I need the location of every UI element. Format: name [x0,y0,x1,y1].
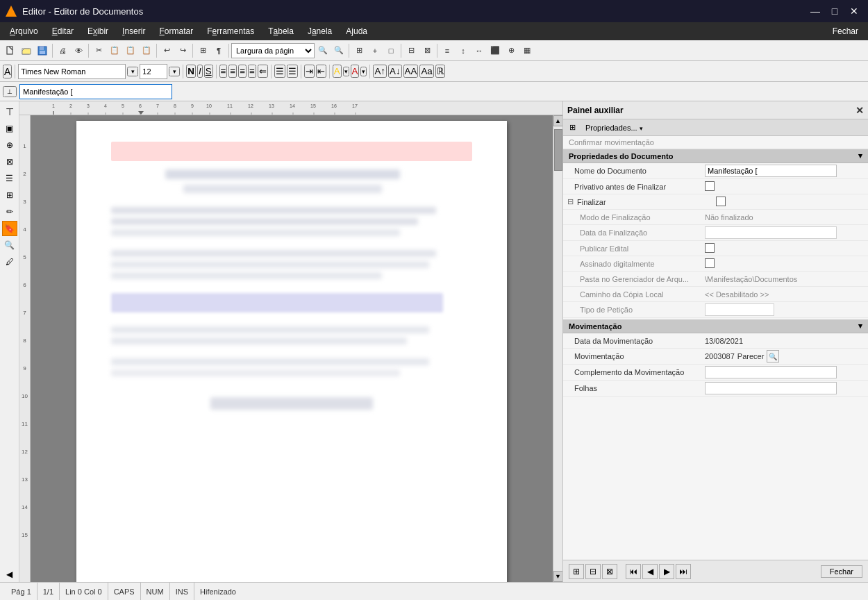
btn-misc1[interactable]: ≡ [440,42,455,59]
scroll-up-button[interactable]: ▲ [553,115,563,126]
tool-x4[interactable]: ✏ [2,204,17,219]
menu-ferramentas[interactable]: Ferramentas [200,22,261,40]
document-scroll-area[interactable] [31,115,553,582]
prop-assinado-checkbox[interactable] [705,258,715,268]
panel-nav-last[interactable]: ⏭ [676,564,691,579]
doc-properties-expand[interactable]: ▾ [858,151,862,160]
maximize-button[interactable]: □ [826,3,843,19]
menu-janela[interactable]: Janela [301,22,339,40]
menu-tabela[interactable]: Tabela [261,22,301,40]
font-name-dropdown[interactable]: ▾ [127,67,138,76]
prop-complemento-input[interactable] [705,366,837,378]
panel-copy-icon3[interactable]: ⊠ [602,564,617,579]
btn-misc4[interactable]: ⬛ [487,42,503,59]
tool-x3[interactable]: ⊞ [2,188,17,203]
btn-copy[interactable]: 📋 [107,42,122,59]
prop-finalizar-expand[interactable]: ⊟ [563,197,574,206]
tool-x1[interactable]: ⊠ [2,154,17,169]
close-window-button[interactable]: ✕ [846,3,862,19]
panel-nav-next[interactable]: ▶ [659,564,674,579]
btn-paste[interactable]: 📋 [123,42,138,59]
prop-mov-search-button[interactable]: 🔍 [767,350,779,362]
btn-capitals[interactable]: AA [403,65,419,78]
btn-misc-font2[interactable]: ℝ [435,65,445,78]
panel-propriedades-button[interactable]: Propriedades... ▾ [582,122,646,133]
btn-indent2[interactable]: ⇤ [316,65,326,78]
btn-indent1[interactable]: ⇥ [304,65,315,78]
minimize-button[interactable]: — [807,3,824,19]
panel-copy-icon2[interactable]: ⊟ [585,564,601,579]
btn-align-center[interactable]: ≡ [228,65,237,78]
btn-align-justify[interactable]: ≡ [248,65,256,78]
document-name-input[interactable] [19,84,172,99]
btn-grid1[interactable]: ⊞ [351,42,367,59]
prop-publicar-checkbox[interactable] [705,243,715,253]
prop-nome-input[interactable] [705,165,837,177]
menu-ajuda[interactable]: Ajuda [339,22,374,40]
btn-font-misc[interactable]: A [3,65,12,78]
menu-inserir[interactable]: Inserir [115,22,152,40]
menu-exibir[interactable]: Exibir [81,22,115,40]
prop-tipo-input[interactable] [705,303,774,316]
btn-rect[interactable]: □ [383,42,399,59]
tool-select[interactable]: ▣ [2,121,17,136]
btn-undo[interactable]: ↩ [159,42,174,59]
btn-cut[interactable]: ✂ [91,42,106,59]
btn-zoom-out[interactable]: 🔍 [331,42,347,59]
font-name-input[interactable] [18,64,126,79]
btn-preview[interactable]: 👁 [71,42,86,59]
document-scrollbar[interactable]: ▲ ▼ [553,115,562,582]
prop-privativo-checkbox[interactable] [705,181,715,191]
btn-misc-font1[interactable]: Aa [419,65,433,78]
tool-pen[interactable]: 🖊 [2,254,17,269]
btn-table[interactable]: ⊞ [195,42,210,59]
font-size-input[interactable] [140,64,167,79]
btn-fontsize-down[interactable]: A↓ [388,65,402,78]
scroll-track[interactable] [553,126,563,571]
btn-redo[interactable]: ↪ [175,42,190,59]
scroll-thumb[interactable] [554,129,562,171]
btn-italic[interactable]: I [197,65,203,78]
btn-align-left[interactable]: ≡ [219,65,228,78]
btn-fontcolor[interactable]: A [351,65,360,78]
menu-editar[interactable]: Editar [45,22,81,40]
btn-misc3[interactable]: ↔ [471,42,487,59]
panel-props-icon[interactable]: ⊞ [566,122,579,133]
prop-folhas-input[interactable] [705,382,837,394]
menu-fechar[interactable]: Fechar [826,22,865,40]
prop-finalizar-checkbox[interactable] [716,197,726,206]
btn-list-unordered[interactable]: ☰ [274,65,285,78]
prop-data-fin-input[interactable] [705,226,837,239]
btn-new[interactable] [3,42,18,59]
movement-expand[interactable]: ▾ [858,322,862,331]
menu-arquivo[interactable]: Arquivo [3,22,45,40]
btn-underline[interactable]: S [204,65,213,78]
btn-save[interactable] [35,42,50,59]
btn-misc5[interactable]: ⊕ [503,42,519,59]
btn-paste2[interactable]: 📋 [139,42,154,59]
btn-misc6[interactable]: ▦ [519,42,535,59]
btn-misc2[interactable]: ↕ [456,42,471,59]
btn-align-right[interactable]: ≡ [238,65,247,78]
zoom-select[interactable]: Largura da págin [231,43,315,58]
panel-copy-icon1[interactable]: ⊞ [569,564,584,579]
btn-indent-decrease[interactable]: ⇐ [258,65,268,78]
tool-collapse[interactable]: ◀ [2,567,17,582]
menu-formatar[interactable]: Formatar [152,22,200,40]
btn-open[interactable] [19,42,34,59]
btn-highlight-dropdown[interactable]: ▾ [343,67,349,76]
panel-nav-prev[interactable]: ◀ [642,564,658,579]
btn-highlight[interactable]: A [333,65,342,78]
tool-bookmark[interactable]: 🔖 [2,221,17,236]
btn-plus[interactable]: + [367,42,383,59]
panel-close-button[interactable]: ✕ [856,105,864,116]
panel-footer-close-button[interactable]: Fechar [821,565,862,578]
btn-col3[interactable]: ⊠ [419,42,435,59]
btn-tab-indicator[interactable]: ⊥ [3,86,17,97]
btn-bold[interactable]: N [186,65,196,78]
tool-search[interactable]: 🔍 [2,238,17,253]
btn-para[interactable]: ¶ [211,42,226,59]
tool-copy2[interactable]: ⊕ [2,138,17,153]
btn-col2[interactable]: ⊟ [403,42,419,59]
btn-fontsize-up[interactable]: A↑ [373,65,387,78]
